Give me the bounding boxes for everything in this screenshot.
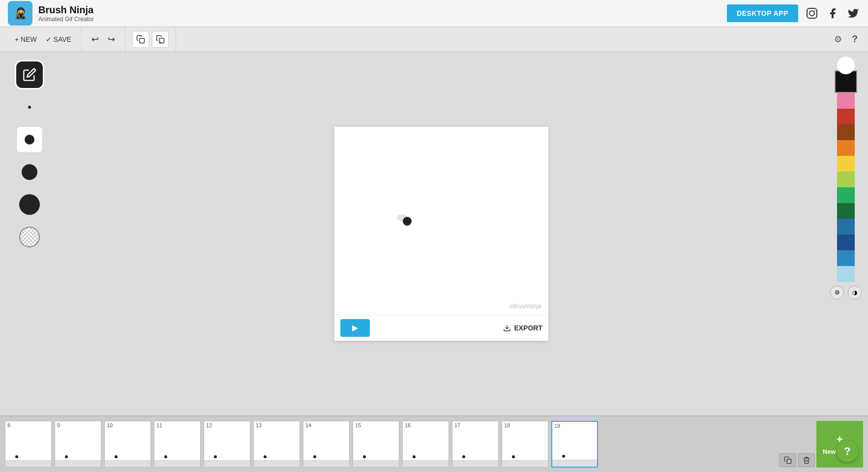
watermark: #BrushNinja [509,303,541,310]
copy-frame-button[interactable] [132,31,149,48]
frame-14[interactable]: 14 [303,421,350,468]
frame-10-bar [105,460,150,467]
color-red[interactable] [837,109,855,124]
frames-scroll: 8 9 10 11 12 13 [5,421,813,468]
instagram-icon[interactable] [805,6,819,20]
frame-13[interactable]: 13 [253,421,300,468]
frame-18[interactable]: 18 [502,421,548,468]
brush-size-medium[interactable] [16,159,43,185]
drawing-canvas[interactable]: #BrushNinja [334,127,548,315]
header-right: DESKTOP APP [727,4,860,22]
delete-frame-button[interactable] [798,453,815,467]
export-button[interactable]: EXPORT [503,324,542,332]
color-contrast-button[interactable]: ◑ [848,286,862,299]
frame-19[interactable]: 19 [551,421,598,468]
frame-17-bar [452,460,498,467]
frame-10[interactable]: 10 [104,421,151,468]
save-button[interactable]: ✓ SAVE [43,33,74,45]
right-panel: ⚙ ◑ [824,52,868,415]
canvas-container: #BrushNinja ▶ EXPORT [59,52,824,415]
help-toolbar-button[interactable]: ? [846,31,863,48]
frame-9-bar [55,460,101,467]
frame-10-dot [115,455,118,458]
twitter-icon[interactable] [846,6,860,20]
app-subtitle: Animated Gif Creator [38,16,94,23]
frame-8-dot [15,455,18,458]
copy-all-button[interactable] [152,31,169,48]
frames-panel: 8 9 10 11 12 13 [0,415,868,472]
eraser-dot [19,227,40,247]
frame-12-bar [204,460,250,467]
frame-number-9: 9 [55,421,101,429]
frame-number-15: 15 [353,421,399,429]
toolbar-frame-group [125,27,176,51]
frame-17[interactable]: 17 [452,421,499,468]
toolbar: + NEW ✓ SAVE ↩ ↪ ⚙ ? [0,27,868,52]
desktop-app-button[interactable]: DESKTOP APP [727,4,798,22]
color-blue[interactable] [837,219,855,235]
pencil-tool-button[interactable] [16,61,43,88]
color-green[interactable] [837,187,855,203]
undo-button[interactable]: ↩ [89,32,102,47]
canvas-wrapper: #BrushNinja ▶ EXPORT [334,127,548,341]
settings-button[interactable]: ⚙ [830,31,846,48]
duplicate-frame-button[interactable] [779,453,796,467]
frame-18-bar [502,460,548,467]
color-settings-button[interactable]: ⚙ [830,286,844,299]
frame-19-bar [552,460,597,467]
color-light-blue[interactable] [837,250,855,266]
frame-15-bar [353,460,399,467]
frame-number-8: 8 [5,421,51,429]
frame-16-dot [413,455,416,458]
play-button[interactable]: ▶ [340,319,370,337]
help-button[interactable]: ? [837,441,858,462]
color-light-green[interactable] [837,172,855,187]
large-dot [19,194,40,215]
frame-number-13: 13 [254,421,299,429]
frame-9[interactable]: 9 [55,421,101,468]
brush-size-large[interactable] [16,191,43,218]
app-logo: 🥷 [8,1,32,26]
frame-number-12: 12 [204,421,250,429]
play-icon: ▶ [352,323,358,332]
color-orange[interactable] [837,140,855,156]
color-pink[interactable] [837,93,855,109]
brush-size-eraser[interactable] [16,224,43,250]
facebook-icon[interactable] [826,6,839,20]
svg-point-1 [809,11,814,16]
svg-rect-8 [787,459,791,464]
color-dark-green[interactable] [837,203,855,219]
redo-button[interactable]: ↪ [105,32,118,47]
frame-number-19: 19 [552,422,597,430]
app-title: Brush Ninja Animated Gif Creator [38,4,94,23]
main-area: #BrushNinja ▶ EXPORT [0,52,868,415]
frame-18-dot [512,455,515,458]
new-button[interactable]: + NEW [12,33,40,45]
delete-icon [803,456,810,464]
brush-size-small-container[interactable] [16,126,43,153]
header-left: 🥷 Brush Ninja Animated Gif Creator [8,1,94,26]
frame-17-dot [462,455,465,458]
brush-size-tiny[interactable] [16,94,43,120]
color-brown[interactable] [837,124,855,140]
color-yellow[interactable] [837,156,855,172]
frame-11[interactable]: 11 [154,421,201,468]
frame-16[interactable]: 16 [402,421,449,468]
frame-15[interactable]: 15 [353,421,399,468]
frame-14-dot [313,455,316,458]
frame-number-14: 14 [303,421,349,429]
frame-15-dot [363,455,366,458]
duplicate-icon [784,456,792,464]
frame-14-bar [303,460,349,467]
color-sky-blue[interactable] [837,266,855,282]
toolbar-history-group: ↩ ↪ [82,27,125,51]
frame-12-dot [214,455,217,458]
color-dark-blue[interactable] [837,235,855,250]
svg-rect-3 [140,38,145,43]
export-icon [503,324,511,332]
frame-9-dot [65,455,68,458]
frame-16-bar [403,460,449,467]
frame-12[interactable]: 12 [204,421,250,468]
frame-19-dot [562,455,565,458]
frame-8[interactable]: 8 [5,421,52,468]
